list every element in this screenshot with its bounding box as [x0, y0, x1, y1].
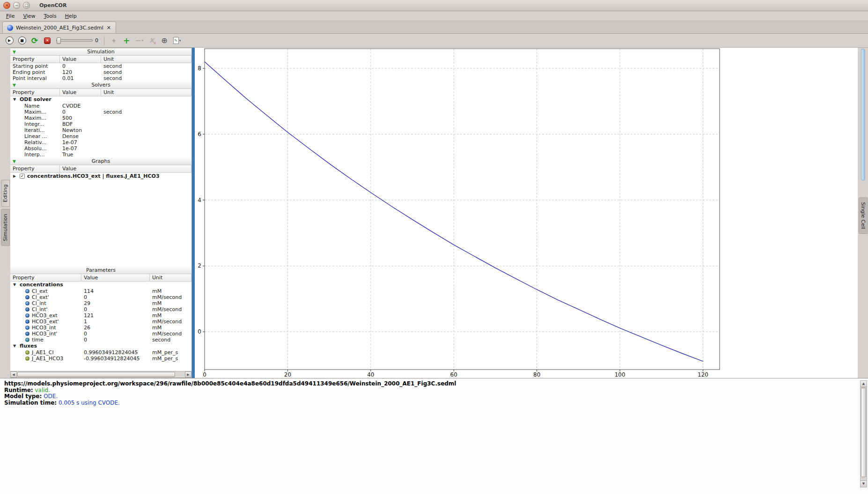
unit-cell[interactable]: second [101, 69, 191, 75]
unit-cell[interactable]: mM_per_s [150, 356, 191, 362]
value-cell[interactable]: 0 [81, 294, 150, 300]
scroll-left-icon[interactable]: ◀ [10, 371, 17, 378]
unit-cell[interactable]: mM [150, 300, 191, 306]
window-maximize-button[interactable]: ▢ [23, 2, 30, 9]
parameter-row[interactable]: Cl_ext114mM [10, 288, 191, 294]
value-cell[interactable]: 500 [60, 115, 101, 121]
model-url[interactable]: https://models.physiomeproject.org/works… [4, 380, 456, 387]
delay-slider-thumb[interactable] [57, 37, 61, 44]
value-cell[interactable]: 0.996034912824045 [81, 349, 150, 356]
parameter-group-fluxes[interactable]: ▼fluxes [10, 343, 191, 349]
reset-parameters-button[interactable]: ⟳ [29, 35, 40, 46]
solver-row[interactable]: Linear ...Dense [10, 133, 191, 139]
collapse-triangle-icon[interactable]: ▼ [13, 158, 16, 165]
parameter-row[interactable]: time0second [10, 337, 191, 343]
menu-item-tools[interactable]: Tools [40, 12, 61, 20]
value-cell[interactable]: CVODE [60, 103, 101, 109]
unit-cell[interactable]: mM/second [150, 319, 191, 325]
unit-cell[interactable]: second [101, 75, 191, 81]
tab-simulation[interactable]: Simulation [1, 209, 10, 246]
parameter-row[interactable]: HCO3_int'0mM/second [10, 331, 191, 337]
simulation-row[interactable]: Ending point120second [10, 69, 191, 75]
file-tab[interactable]: Weinstein_2000_AE1_Fig3C.sedml ✕ [2, 22, 116, 33]
axes-settings-button[interactable]: X✕ [146, 35, 157, 46]
solver-row[interactable]: NameCVODE [10, 103, 191, 109]
tree-expanded-icon[interactable]: ▼ [13, 282, 17, 288]
run-simulation-button[interactable]: ▶ [4, 35, 15, 46]
value-cell[interactable]: Dense [60, 133, 101, 139]
parameter-row[interactable]: HCO3_ext121mM [10, 312, 191, 319]
unit-cell[interactable]: mM [150, 325, 191, 331]
hscroll-track[interactable] [17, 371, 185, 378]
graph-panel[interactable]: 02040608010012002468 [195, 48, 858, 378]
unit-cell[interactable]: mM/second [150, 294, 191, 300]
value-cell[interactable]: 121 [81, 312, 150, 319]
vscroll-thumb[interactable] [861, 388, 866, 477]
graphs-section-header[interactable]: ▼ Graphs [10, 158, 191, 165]
solver-row[interactable]: Iterati...Newton [10, 127, 191, 133]
unit-cell[interactable] [101, 121, 191, 127]
unit-cell[interactable]: mM [150, 312, 191, 319]
unit-cell[interactable]: second [150, 337, 191, 343]
value-cell[interactable]: 0 [81, 306, 150, 312]
development-mode-button[interactable]: ✦ [108, 35, 119, 46]
graph-row[interactable]: ▶✓concentrations.HCO3_ext | fluxes.J_AE1… [10, 173, 191, 180]
console-vscrollbar[interactable]: ▲ ▼ [860, 380, 867, 487]
sedml-export-button[interactable]: ✎▾ [171, 35, 183, 46]
hscroll-thumb[interactable] [17, 372, 175, 377]
unit-cell[interactable] [101, 103, 191, 109]
parameter-row[interactable]: HCO3_ext'1mM/second [10, 319, 191, 325]
tab-editing[interactable]: Editing [1, 180, 10, 207]
value-cell[interactable]: 1e-07 [60, 139, 101, 145]
unit-cell[interactable] [101, 127, 191, 133]
value-cell[interactable]: 1 [81, 319, 150, 325]
simulation-section-header[interactable]: ▼ Simulation [10, 48, 191, 56]
parameter-row[interactable]: Cl_int'0mM/second [10, 306, 191, 312]
tree-expanded-icon[interactable]: ▼ [13, 343, 17, 349]
menu-item-help[interactable]: Help [61, 12, 81, 20]
value-cell[interactable]: 0 [60, 109, 101, 115]
value-cell[interactable]: 0 [81, 337, 150, 343]
tree-expanded-icon[interactable]: ▼ [13, 96, 17, 103]
solver-row[interactable]: Absolu...1e-07 [10, 145, 191, 152]
graph-checkbox[interactable]: ✓ [20, 174, 25, 179]
unit-cell[interactable]: second [101, 63, 191, 69]
left-panel-hscrollbar[interactable]: ◀ ▶ [10, 371, 191, 378]
clear-results-button[interactable]: ✕ [42, 35, 53, 46]
parameter-row[interactable]: HCO3_int26mM [10, 325, 191, 331]
window-close-button[interactable]: × [3, 2, 10, 9]
value-cell[interactable]: True [60, 152, 101, 158]
parameter-row[interactable]: Cl_int29mM [10, 300, 191, 306]
solver-row[interactable]: Interp...True [10, 152, 191, 158]
unit-cell[interactable] [101, 133, 191, 139]
unit-cell[interactable]: mM/second [150, 306, 191, 312]
remove-graph-panel-button[interactable]: −▾ [133, 35, 145, 46]
unit-cell[interactable]: mM_per_s [150, 349, 191, 356]
unit-cell[interactable] [101, 152, 191, 158]
export-data-button[interactable]: ⊕ [159, 35, 170, 46]
parameter-group-concentrations[interactable]: ▼concentrations [10, 282, 191, 288]
value-cell[interactable]: Newton [60, 127, 101, 133]
unit-cell[interactable] [101, 139, 191, 145]
vscroll-track[interactable] [861, 387, 867, 480]
collapse-triangle-icon[interactable]: ▼ [13, 82, 16, 89]
tab-single-cell[interactable]: Single Cell [859, 197, 868, 234]
stop-simulation-button[interactable]: ■ [16, 35, 28, 46]
value-cell[interactable]: 0 [60, 63, 101, 69]
scroll-right-icon[interactable]: ▶ [185, 371, 191, 378]
unit-cell[interactable]: mM/second [150, 331, 191, 337]
tree-collapsed-icon[interactable]: ▶ [13, 173, 17, 180]
right-scrollbar[interactable] [861, 49, 865, 181]
delay-slider-groove[interactable] [56, 39, 93, 42]
value-cell[interactable]: 120 [60, 69, 101, 75]
add-graph-panel-button[interactable]: + [121, 35, 132, 46]
unit-cell[interactable]: second [101, 109, 191, 115]
delay-slider[interactable]: 0 [56, 37, 98, 44]
menu-item-file[interactable]: File [2, 12, 19, 20]
menu-item-view[interactable]: View [19, 12, 39, 20]
simulation-row[interactable]: Starting point0second [10, 63, 191, 69]
unit-cell[interactable] [101, 145, 191, 152]
ode-solver-group-row[interactable]: ▼ ODE solver [10, 96, 191, 103]
graph-canvas[interactable]: 02040608010012002468 [195, 48, 858, 378]
parameter-row[interactable]: J_AE1_HCO3-0.996034912824045mM_per_s [10, 356, 191, 362]
